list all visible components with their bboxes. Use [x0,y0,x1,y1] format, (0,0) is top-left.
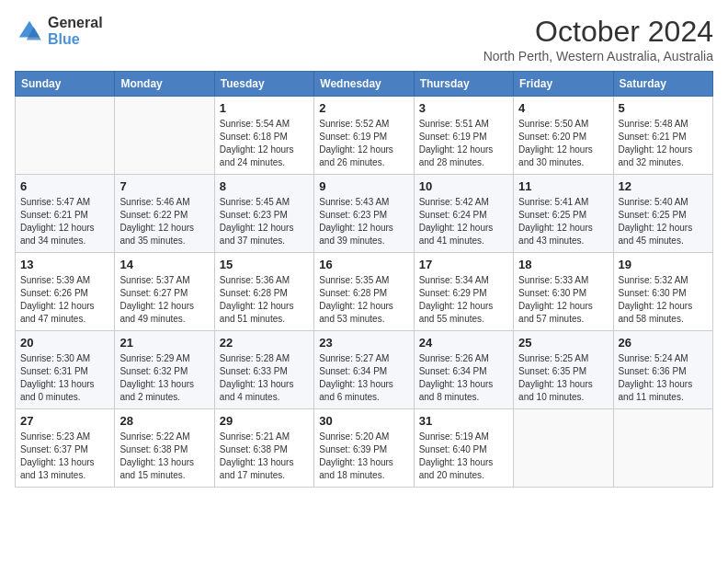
day-number: 17 [419,258,508,271]
day-info: Sunrise: 5:43 AMSunset: 6:23 PMDaylight:… [319,196,408,247]
calendar-cell: 6Sunrise: 5:47 AMSunset: 6:21 PMDaylight… [16,175,115,253]
day-number: 31 [419,414,508,428]
day-number: 8 [220,179,309,193]
day-info: Sunrise: 5:35 AMSunset: 6:28 PMDaylight:… [319,274,408,326]
calendar-cell: 2Sunrise: 5:52 AMSunset: 6:19 PMDaylight… [314,97,414,175]
calendar-cell: 27Sunrise: 5:23 AMSunset: 6:37 PMDayligh… [16,409,115,488]
calendar-cell: 29Sunrise: 5:21 AMSunset: 6:38 PMDayligh… [214,409,313,488]
day-info: Sunrise: 5:28 AMSunset: 6:33 PMDaylight:… [220,352,309,404]
day-info: Sunrise: 5:22 AMSunset: 6:38 PMDaylight:… [119,431,209,482]
day-info: Sunrise: 5:33 AMSunset: 6:30 PMDaylight:… [518,274,608,326]
day-info: Sunrise: 5:37 AMSunset: 6:27 PMDaylight:… [119,274,209,326]
day-number: 9 [319,179,408,193]
day-info: Sunrise: 5:26 AMSunset: 6:34 PMDaylight:… [419,352,508,404]
calendar-cell: 16Sunrise: 5:35 AMSunset: 6:28 PMDayligh… [314,253,414,331]
calendar-cell: 1Sunrise: 5:54 AMSunset: 6:18 PMDaylight… [214,97,313,175]
calendar-cell: 21Sunrise: 5:29 AMSunset: 6:32 PMDayligh… [115,331,214,409]
day-header-tuesday: Tuesday [214,72,313,97]
day-info: Sunrise: 5:36 AMSunset: 6:28 PMDaylight:… [220,274,309,326]
day-number: 2 [319,101,408,115]
day-header-thursday: Thursday [414,72,513,97]
calendar-cell: 31Sunrise: 5:19 AMSunset: 6:40 PMDayligh… [414,409,513,488]
day-header-wednesday: Wednesday [314,72,414,97]
day-number: 24 [419,336,508,350]
calendar-week-row: 6Sunrise: 5:47 AMSunset: 6:21 PMDaylight… [16,175,713,253]
calendar-cell: 17Sunrise: 5:34 AMSunset: 6:29 PMDayligh… [414,253,513,331]
day-info: Sunrise: 5:24 AMSunset: 6:36 PMDaylight:… [619,352,708,404]
calendar-cell: 10Sunrise: 5:42 AMSunset: 6:24 PMDayligh… [414,175,513,253]
calendar-cell: 11Sunrise: 5:41 AMSunset: 6:25 PMDayligh… [514,175,613,253]
day-info: Sunrise: 5:32 AMSunset: 6:30 PMDaylight:… [619,274,708,326]
day-info: Sunrise: 5:19 AMSunset: 6:40 PMDaylight:… [419,431,508,482]
logo-text: General Blue [48,15,103,48]
day-info: Sunrise: 5:23 AMSunset: 6:37 PMDaylight:… [20,431,109,482]
day-header-sunday: Sunday [16,72,115,97]
day-number: 29 [220,414,309,428]
day-info: Sunrise: 5:54 AMSunset: 6:18 PMDaylight:… [220,118,309,169]
calendar-cell: 9Sunrise: 5:43 AMSunset: 6:23 PMDaylight… [314,175,414,253]
calendar-cell: 12Sunrise: 5:40 AMSunset: 6:25 PMDayligh… [613,175,712,253]
day-number: 22 [220,336,309,350]
day-number: 15 [220,258,309,271]
day-info: Sunrise: 5:47 AMSunset: 6:21 PMDaylight:… [20,196,109,247]
calendar-cell [514,409,613,488]
calendar-cell [115,97,214,175]
calendar-cell [16,97,115,175]
day-info: Sunrise: 5:52 AMSunset: 6:19 PMDaylight:… [319,118,408,169]
day-number: 5 [619,101,708,115]
day-number: 12 [619,179,708,193]
calendar-cell: 19Sunrise: 5:32 AMSunset: 6:30 PMDayligh… [613,253,712,331]
day-number: 19 [619,258,708,271]
day-info: Sunrise: 5:39 AMSunset: 6:26 PMDaylight:… [20,274,109,326]
calendar-cell: 25Sunrise: 5:25 AMSunset: 6:35 PMDayligh… [514,331,613,409]
day-info: Sunrise: 5:34 AMSunset: 6:29 PMDaylight:… [419,274,508,326]
day-info: Sunrise: 5:21 AMSunset: 6:38 PMDaylight:… [220,431,309,482]
day-info: Sunrise: 5:50 AMSunset: 6:20 PMDaylight:… [518,118,608,169]
calendar-week-row: 1Sunrise: 5:54 AMSunset: 6:18 PMDaylight… [16,97,713,175]
day-number: 3 [419,101,508,115]
title-block: October 2024 North Perth, Western Austra… [483,15,713,63]
calendar-cell: 26Sunrise: 5:24 AMSunset: 6:36 PMDayligh… [613,331,712,409]
day-number: 7 [119,179,209,193]
day-info: Sunrise: 5:51 AMSunset: 6:19 PMDaylight:… [419,118,508,169]
calendar-cell: 23Sunrise: 5:27 AMSunset: 6:34 PMDayligh… [314,331,414,409]
calendar-table: SundayMondayTuesdayWednesdayThursdayFrid… [15,71,713,488]
day-info: Sunrise: 5:40 AMSunset: 6:25 PMDaylight:… [619,196,708,247]
logo-icon [15,17,44,46]
calendar-week-row: 27Sunrise: 5:23 AMSunset: 6:37 PMDayligh… [16,409,713,488]
day-info: Sunrise: 5:46 AMSunset: 6:22 PMDaylight:… [119,196,209,247]
calendar-cell: 8Sunrise: 5:45 AMSunset: 6:23 PMDaylight… [214,175,313,253]
day-number: 21 [119,336,209,350]
day-number: 30 [319,414,408,428]
calendar-cell: 15Sunrise: 5:36 AMSunset: 6:28 PMDayligh… [214,253,313,331]
day-info: Sunrise: 5:29 AMSunset: 6:32 PMDaylight:… [119,352,209,404]
day-number: 1 [220,101,309,115]
calendar-cell: 14Sunrise: 5:37 AMSunset: 6:27 PMDayligh… [115,253,214,331]
day-info: Sunrise: 5:41 AMSunset: 6:25 PMDaylight:… [518,196,608,247]
calendar-cell: 4Sunrise: 5:50 AMSunset: 6:20 PMDaylight… [514,97,613,175]
day-info: Sunrise: 5:42 AMSunset: 6:24 PMDaylight:… [419,196,508,247]
day-number: 27 [20,414,109,428]
calendar-cell: 3Sunrise: 5:51 AMSunset: 6:19 PMDaylight… [414,97,513,175]
calendar-cell: 30Sunrise: 5:20 AMSunset: 6:39 PMDayligh… [314,409,414,488]
day-info: Sunrise: 5:45 AMSunset: 6:23 PMDaylight:… [220,196,309,247]
calendar-cell: 7Sunrise: 5:46 AMSunset: 6:22 PMDaylight… [115,175,214,253]
day-header-friday: Friday [514,72,613,97]
day-info: Sunrise: 5:30 AMSunset: 6:31 PMDaylight:… [20,352,109,404]
calendar-week-row: 13Sunrise: 5:39 AMSunset: 6:26 PMDayligh… [16,253,713,331]
day-number: 28 [119,414,209,428]
calendar-cell: 18Sunrise: 5:33 AMSunset: 6:30 PMDayligh… [514,253,613,331]
logo: General Blue [15,15,103,48]
day-info: Sunrise: 5:48 AMSunset: 6:21 PMDaylight:… [619,118,708,169]
calendar-header-row: SundayMondayTuesdayWednesdayThursdayFrid… [16,72,713,97]
subtitle: North Perth, Western Australia, Australi… [483,49,713,63]
day-info: Sunrise: 5:25 AMSunset: 6:35 PMDaylight:… [518,352,608,404]
day-number: 6 [20,179,109,193]
day-number: 25 [518,336,608,350]
day-header-saturday: Saturday [613,72,712,97]
day-info: Sunrise: 5:27 AMSunset: 6:34 PMDaylight:… [319,352,408,404]
calendar-cell: 13Sunrise: 5:39 AMSunset: 6:26 PMDayligh… [16,253,115,331]
calendar-cell [613,409,712,488]
day-number: 16 [319,258,408,271]
day-info: Sunrise: 5:20 AMSunset: 6:39 PMDaylight:… [319,431,408,482]
